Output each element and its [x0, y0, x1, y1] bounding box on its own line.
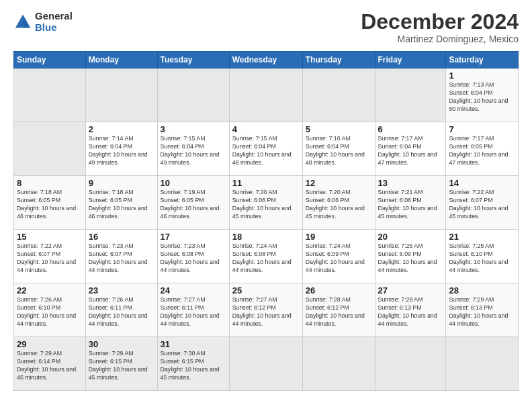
calendar-week-row: 15Sunrise: 7:22 AMSunset: 6:07 PMDayligh… — [14, 230, 519, 283]
calendar-cell: 22Sunrise: 7:26 AMSunset: 6:10 PMDayligh… — [14, 283, 86, 337]
day-number: 16 — [89, 232, 154, 242]
day-number: 5 — [306, 124, 372, 134]
day-number: 2 — [89, 124, 154, 134]
calendar-cell: 21Sunrise: 7:25 AMSunset: 6:10 PMDayligh… — [446, 230, 519, 283]
calendar-cell: 3Sunrise: 7:15 AMSunset: 6:04 PMDaylight… — [157, 122, 229, 176]
logo: General Blue — [13, 11, 73, 33]
day-info: Sunrise: 7:20 AMSunset: 6:06 PMDaylight:… — [306, 189, 372, 221]
calendar-cell: 24Sunrise: 7:27 AMSunset: 6:11 PMDayligh… — [157, 283, 229, 337]
logo-general: General — [35, 11, 73, 22]
day-info: Sunrise: 7:26 AMSunset: 6:10 PMDaylight:… — [17, 296, 83, 328]
calendar-page: General Blue December 2024 Martinez Domi… — [0, 0, 532, 411]
calendar-cell: 5Sunrise: 7:16 AMSunset: 6:04 PMDaylight… — [302, 122, 375, 176]
day-info: Sunrise: 7:17 AMSunset: 6:05 PMDaylight:… — [449, 135, 515, 167]
day-info: Sunrise: 7:22 AMSunset: 6:07 PMDaylight:… — [17, 242, 83, 275]
day-info: Sunrise: 7:29 AMSunset: 6:13 PMDaylight:… — [449, 296, 515, 328]
day-info: Sunrise: 7:27 AMSunset: 6:11 PMDaylight:… — [161, 296, 226, 328]
calendar-week-row: 1Sunrise: 7:13 AMSunset: 6:04 PMDaylight… — [14, 68, 519, 122]
day-number: 9 — [89, 178, 154, 188]
day-info: Sunrise: 7:26 AMSunset: 6:11 PMDaylight:… — [89, 296, 154, 328]
calendar-cell: 17Sunrise: 7:23 AMSunset: 6:08 PMDayligh… — [157, 230, 229, 283]
day-info: Sunrise: 7:14 AMSunset: 6:04 PMDaylight:… — [89, 135, 154, 167]
day-info: Sunrise: 7:21 AMSunset: 6:06 PMDaylight:… — [378, 189, 443, 221]
day-number: 8 — [17, 178, 83, 188]
day-number: 22 — [17, 285, 83, 295]
day-info: Sunrise: 7:28 AMSunset: 6:12 PMDaylight:… — [306, 296, 372, 328]
day-of-week-header: Wednesday — [229, 52, 302, 68]
calendar-cell: 14Sunrise: 7:22 AMSunset: 6:07 PMDayligh… — [446, 176, 519, 230]
calendar-cell: 2Sunrise: 7:14 AMSunset: 6:04 PMDaylight… — [85, 122, 157, 176]
day-info: Sunrise: 7:25 AMSunset: 6:09 PMDaylight:… — [378, 242, 443, 275]
calendar-cell: 19Sunrise: 7:24 AMSunset: 6:09 PMDayligh… — [302, 230, 375, 283]
day-info: Sunrise: 7:29 AMSunset: 6:15 PMDaylight:… — [89, 350, 154, 382]
calendar-cell: 25Sunrise: 7:27 AMSunset: 6:12 PMDayligh… — [229, 283, 302, 337]
day-number: 4 — [232, 124, 300, 134]
day-number: 13 — [378, 178, 443, 188]
day-info: Sunrise: 7:23 AMSunset: 6:07 PMDaylight:… — [89, 242, 154, 275]
calendar-cell: 16Sunrise: 7:23 AMSunset: 6:07 PMDayligh… — [85, 230, 157, 283]
day-info: Sunrise: 7:20 AMSunset: 6:06 PMDaylight:… — [232, 189, 300, 221]
calendar-cell: 30Sunrise: 7:29 AMSunset: 6:15 PMDayligh… — [85, 337, 157, 391]
logo-text: General Blue — [35, 11, 73, 33]
title-area: December 2024 Martinez Dominguez, Mexico — [361, 11, 519, 44]
day-number: 11 — [232, 178, 300, 188]
calendar-week-row: 2Sunrise: 7:14 AMSunset: 6:04 PMDaylight… — [14, 122, 519, 176]
calendar-table: SundayMondayTuesdayWednesdayThursdayFrid… — [13, 51, 519, 391]
day-number: 12 — [306, 178, 372, 188]
day-number: 14 — [449, 178, 515, 188]
day-number: 10 — [161, 178, 226, 188]
calendar-week-row: 22Sunrise: 7:26 AMSunset: 6:10 PMDayligh… — [14, 283, 519, 337]
day-number: 30 — [89, 339, 154, 349]
day-info: Sunrise: 7:19 AMSunset: 6:05 PMDaylight:… — [161, 189, 226, 221]
day-info: Sunrise: 7:30 AMSunset: 6:15 PMDaylight:… — [161, 350, 226, 382]
day-number: 7 — [449, 124, 515, 134]
day-info: Sunrise: 7:24 AMSunset: 6:09 PMDaylight:… — [306, 242, 372, 275]
day-info: Sunrise: 7:23 AMSunset: 6:08 PMDaylight:… — [161, 242, 226, 275]
calendar-cell: 9Sunrise: 7:18 AMSunset: 6:05 PMDaylight… — [85, 176, 157, 230]
day-info: Sunrise: 7:18 AMSunset: 6:05 PMDaylight:… — [17, 189, 83, 221]
calendar-cell: 29Sunrise: 7:29 AMSunset: 6:14 PMDayligh… — [14, 337, 86, 391]
calendar-cell: 20Sunrise: 7:25 AMSunset: 6:09 PMDayligh… — [375, 230, 446, 283]
calendar-cell: 27Sunrise: 7:28 AMSunset: 6:13 PMDayligh… — [375, 283, 446, 337]
day-info: Sunrise: 7:18 AMSunset: 6:05 PMDaylight:… — [89, 189, 154, 221]
svg-marker-1 — [23, 14, 30, 28]
calendar-cell: 28Sunrise: 7:29 AMSunset: 6:13 PMDayligh… — [446, 283, 519, 337]
calendar-cell — [229, 337, 302, 391]
day-info: Sunrise: 7:16 AMSunset: 6:04 PMDaylight:… — [306, 135, 372, 167]
calendar-cell: 11Sunrise: 7:20 AMSunset: 6:06 PMDayligh… — [229, 176, 302, 230]
day-number: 20 — [378, 232, 443, 242]
calendar-week-row: 29Sunrise: 7:29 AMSunset: 6:14 PMDayligh… — [14, 337, 519, 391]
day-number: 26 — [306, 285, 372, 295]
day-of-week-header: Monday — [85, 52, 157, 68]
calendar-cell: 15Sunrise: 7:22 AMSunset: 6:07 PMDayligh… — [14, 230, 86, 283]
day-of-week-header: Sunday — [14, 52, 86, 68]
day-info: Sunrise: 7:25 AMSunset: 6:10 PMDaylight:… — [449, 242, 515, 275]
calendar-cell — [302, 337, 375, 391]
month-title: December 2024 — [361, 11, 519, 32]
calendar-cell — [446, 337, 519, 391]
calendar-cell: 10Sunrise: 7:19 AMSunset: 6:05 PMDayligh… — [157, 176, 229, 230]
day-of-week-header: Tuesday — [157, 52, 229, 68]
day-number: 19 — [306, 232, 372, 242]
day-info: Sunrise: 7:29 AMSunset: 6:14 PMDaylight:… — [17, 350, 83, 382]
logo-blue: Blue — [35, 22, 73, 34]
day-number: 3 — [161, 124, 226, 134]
day-number: 18 — [232, 232, 300, 242]
header: General Blue December 2024 Martinez Domi… — [13, 11, 519, 44]
day-info: Sunrise: 7:27 AMSunset: 6:12 PMDaylight:… — [232, 296, 300, 328]
day-info: Sunrise: 7:28 AMSunset: 6:13 PMDaylight:… — [378, 296, 443, 328]
day-number: 17 — [161, 232, 226, 242]
calendar-cell: 13Sunrise: 7:21 AMSunset: 6:06 PMDayligh… — [375, 176, 446, 230]
calendar-cell — [14, 122, 86, 176]
calendar-cell — [85, 68, 157, 122]
day-info: Sunrise: 7:17 AMSunset: 6:04 PMDaylight:… — [378, 135, 443, 167]
calendar-week-row: 8Sunrise: 7:18 AMSunset: 6:05 PMDaylight… — [14, 176, 519, 230]
calendar-cell — [157, 68, 229, 122]
calendar-header-row: SundayMondayTuesdayWednesdayThursdayFrid… — [14, 52, 519, 68]
calendar-cell — [229, 68, 302, 122]
calendar-cell: 12Sunrise: 7:20 AMSunset: 6:06 PMDayligh… — [302, 176, 375, 230]
day-info: Sunrise: 7:15 AMSunset: 6:04 PMDaylight:… — [232, 135, 300, 167]
day-number: 1 — [449, 71, 515, 81]
calendar-cell — [375, 68, 446, 122]
calendar-cell: 23Sunrise: 7:26 AMSunset: 6:11 PMDayligh… — [85, 283, 157, 337]
